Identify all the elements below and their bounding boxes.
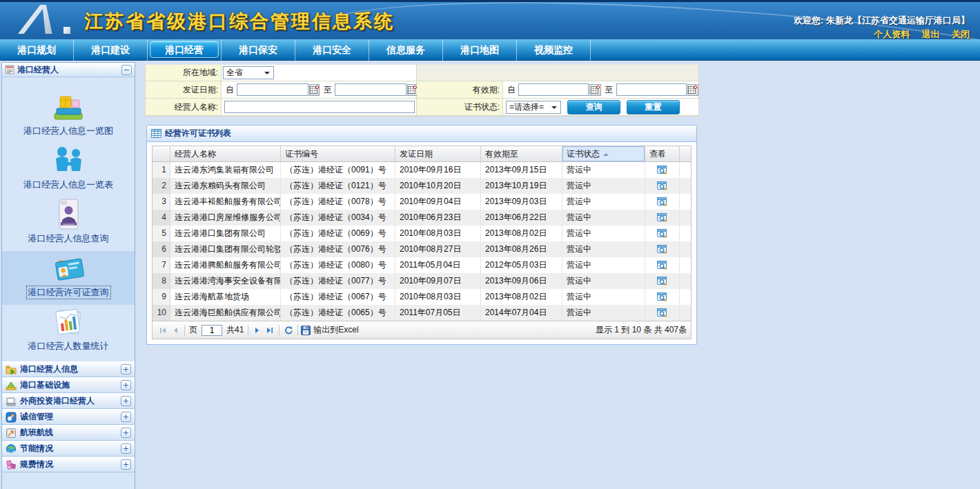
pagination-toolbar: 页 共41 输出到Excel 显示 1 到 xyxy=(153,321,691,339)
calendar-icon[interactable] xyxy=(687,84,699,96)
valid-to-input[interactable] xyxy=(616,83,687,96)
page-number-input[interactable] xyxy=(202,325,222,336)
cell-cert-number: （苏连）港经证（0091）号 xyxy=(281,162,395,178)
profile-link[interactable]: 个人资料 xyxy=(874,28,910,39)
cert-status-select[interactable]: =请选择= xyxy=(506,101,561,114)
table-row[interactable]: 1 连云港东鸿集装箱有限公司 （苏连）港经证（0091）号 2010年09月16… xyxy=(153,162,691,178)
expand-panel-button[interactable] xyxy=(121,396,131,406)
table-row[interactable]: 10 连云港海巨船舶供应有限公司 （苏连）港经证（0065）号 2011年07月… xyxy=(153,305,691,321)
nav-tab-7[interactable]: 港口地图 xyxy=(443,39,517,61)
expand-panel-button[interactable] xyxy=(121,443,131,454)
cert-status-label: 证书状态: xyxy=(417,99,503,116)
calendar-icon[interactable] xyxy=(589,84,601,96)
table-row[interactable]: 9 连云港海航基地货场 （苏连）港经证（0067）号 2010年08月03日 2… xyxy=(153,289,691,305)
col-header-issue-date[interactable]: 发证日期 xyxy=(395,146,481,161)
sidebar-item[interactable]: 港口经营人信息一览表 xyxy=(2,143,135,197)
sidebar-accordion-header[interactable]: 规费情况 xyxy=(2,457,135,472)
nav-tab-6[interactable]: 信息服务 xyxy=(369,39,443,61)
col-header-rownum xyxy=(153,146,170,161)
license-list-panel-header: 经营许可证书列表 xyxy=(147,126,696,142)
issue-date-from-input[interactable] xyxy=(237,83,308,96)
sidebar-panel-header[interactable]: 港口经营人 xyxy=(2,63,135,77)
cell-operator-name: 连云港海航基地货场 xyxy=(170,289,281,305)
sidebar-accordion-header[interactable]: 节能情况 xyxy=(2,441,135,457)
view-details-icon[interactable] xyxy=(645,226,680,241)
nav-tab-1[interactable]: 港口规划 xyxy=(0,39,74,61)
view-details-icon[interactable] xyxy=(645,257,680,273)
last-page-button[interactable] xyxy=(264,324,276,337)
cell-rownum: 7 xyxy=(153,257,170,273)
sidebar-accordion-header[interactable]: 港口基础设施 xyxy=(2,377,135,393)
region-select[interactable]: 全省 xyxy=(223,66,274,79)
refresh-icon[interactable] xyxy=(282,324,295,337)
view-details-icon[interactable] xyxy=(645,289,680,305)
col-header-valid-until[interactable]: 有效期至 xyxy=(481,146,562,161)
sidebar-accordion-header[interactable]: 航班航线 xyxy=(2,425,135,441)
issue-date-cell: 自 至 xyxy=(222,81,417,99)
expand-panel-button[interactable] xyxy=(121,428,131,438)
view-details-icon[interactable] xyxy=(645,162,680,178)
nav-tab-3[interactable]: 港口经营 xyxy=(148,39,222,61)
sidebar-item[interactable]: 港口经营人信息一览图 xyxy=(2,90,135,143)
logout-link[interactable]: 退出 xyxy=(922,28,940,39)
cell-cert-number: （苏连）港经证（0080）号 xyxy=(281,257,395,273)
view-details-icon[interactable] xyxy=(645,305,680,321)
nav-tab-4[interactable]: 港口保安 xyxy=(222,39,295,61)
cell-issue-date: 2010年10月20日 xyxy=(395,178,481,194)
cell-cert-status: 营运中 xyxy=(562,289,645,305)
nav-tab-5[interactable]: 港口安全 xyxy=(295,39,369,61)
nav-tab-2[interactable]: 港口建设 xyxy=(74,39,148,61)
query-button[interactable]: 查询 xyxy=(567,100,620,114)
expand-panel-button[interactable] xyxy=(121,412,131,422)
facility-icon xyxy=(6,380,17,391)
sidebar-item[interactable]: 00000000 港口经营人信息查询 xyxy=(2,197,135,251)
prev-page-button[interactable] xyxy=(169,324,182,337)
view-details-icon[interactable] xyxy=(645,241,680,257)
table-row[interactable]: 5 连云港港口集团有限公司 （苏连）港经证（0069）号 2010年08月03日… xyxy=(153,226,691,241)
calendar-icon[interactable] xyxy=(309,84,320,96)
table-row[interactable]: 8 连云港港湾海事安全设备有限... （苏连）港经证（0077）号 2010年0… xyxy=(153,273,691,289)
col-header-cert-status[interactable]: 证书状态 xyxy=(562,146,645,161)
sidebar-item[interactable]: 港口经营人数量统计 xyxy=(2,305,135,359)
close-link[interactable]: 关闭 xyxy=(952,28,970,39)
cell-rownum: 3 xyxy=(153,194,170,210)
table-row[interactable]: 6 连云港港口集团有限公司轮驳... （苏连）港经证（0076）号 2010年0… xyxy=(153,241,691,257)
col-header-view[interactable]: 查看 xyxy=(645,146,680,161)
expand-panel-button[interactable] xyxy=(121,459,131,470)
sidebar-items: 港口经营人信息一览图 港口经营人信息一览表 00000000 港口经营人信息查询… xyxy=(2,77,135,361)
cell-operator-name: 连云港港腾船舶服务有限公司 xyxy=(170,257,281,273)
view-details-icon[interactable] xyxy=(645,210,680,226)
table-row[interactable]: 3 连云港丰裕船舶服务有限公司 （苏连）港经证（0078）号 2010年09月0… xyxy=(153,194,691,210)
view-details-icon[interactable] xyxy=(645,273,680,289)
reset-button[interactable]: 重置 xyxy=(627,100,680,114)
export-excel-button[interactable]: 输出到Excel xyxy=(301,324,358,336)
issue-date-to-input[interactable] xyxy=(335,83,406,96)
collapse-panel-button[interactable] xyxy=(121,65,132,75)
record-count-summary: 显示 1 到 10 条 共 407条 xyxy=(596,324,687,336)
col-header-cert-number[interactable]: 证书编号 xyxy=(281,146,395,161)
expand-panel-button[interactable] xyxy=(121,380,131,390)
sidebar-item[interactable]: 港口经营许可证查询 xyxy=(2,251,135,305)
nav-tab-8[interactable]: 视频监控 xyxy=(517,39,591,61)
first-page-button[interactable] xyxy=(157,324,169,337)
view-details-icon[interactable] xyxy=(645,178,680,194)
col-header-operator-name[interactable]: 经营人名称 xyxy=(170,146,281,161)
page-label: 页 xyxy=(189,324,197,336)
cell-issue-date: 2010年08月27日 xyxy=(395,241,481,257)
view-details-icon[interactable] xyxy=(645,194,680,210)
sidebar-panel-title: 港口经营人 xyxy=(17,64,121,76)
cell-cert-number: （苏连）港经证（0077）号 xyxy=(281,273,395,289)
table-row[interactable]: 2 连云港东粮码头有限公司 （苏连）港经证（0121）号 2010年10月20日… xyxy=(153,178,691,194)
sidebar-accordion-header[interactable]: 诚信管理 xyxy=(2,409,135,425)
next-page-button[interactable] xyxy=(251,324,264,337)
sidebar-accordion-header[interactable]: 外商投资港口经营人 xyxy=(2,393,135,409)
operator-name-input[interactable] xyxy=(224,101,415,113)
expand-panel-button[interactable] xyxy=(121,364,131,375)
table-row[interactable]: 4 连云港港口房屋维修服务公司 （苏连）港经证（0034）号 2010年06月2… xyxy=(153,210,691,226)
cell-rownum: 9 xyxy=(153,289,170,305)
sidebar-accordion-header[interactable]: 港口经营人信息 xyxy=(2,361,135,377)
valid-from-input[interactable] xyxy=(518,83,589,96)
calendar-icon[interactable] xyxy=(407,84,418,96)
table-row[interactable]: 7 连云港港腾船舶服务有限公司 （苏连）港经证（0080）号 2011年05月0… xyxy=(153,257,691,273)
content-area: 港口经营人 港口经营人信息一览图 港口经营人信息一览表 00000000 港口经… xyxy=(0,61,980,489)
